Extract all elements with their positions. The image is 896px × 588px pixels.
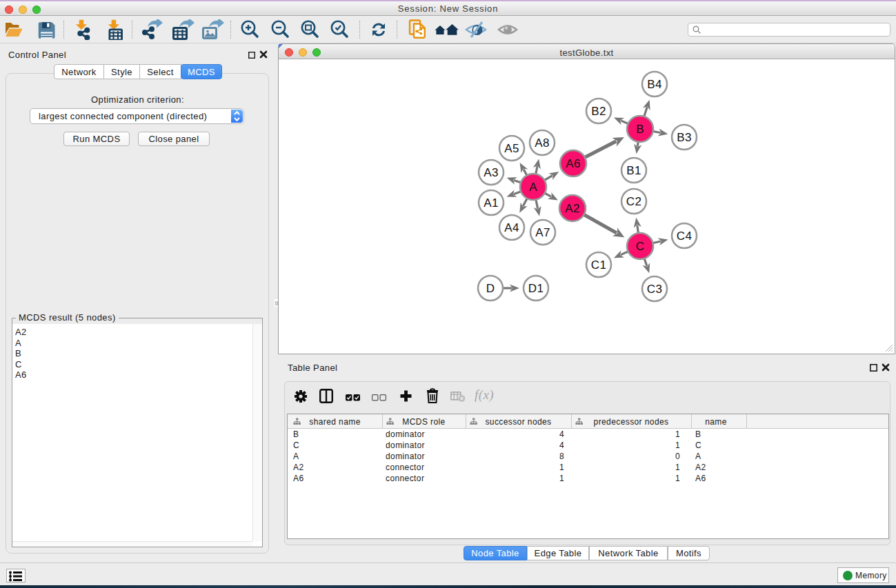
svg-text:A7: A7 — [535, 226, 550, 239]
svg-text:A3: A3 — [484, 166, 499, 179]
svg-text:B4: B4 — [647, 78, 662, 91]
svg-text:A4: A4 — [504, 221, 519, 234]
svg-text:A1: A1 — [484, 196, 499, 210]
svg-text:C: C — [636, 240, 645, 253]
svg-text:A2: A2 — [565, 202, 580, 215]
svg-text:A6: A6 — [566, 157, 581, 170]
svg-text:A8: A8 — [535, 136, 550, 150]
svg-text:B: B — [636, 123, 644, 136]
svg-text:B1: B1 — [626, 164, 641, 177]
svg-text:B2: B2 — [591, 105, 606, 118]
svg-text:A5: A5 — [504, 142, 519, 155]
svg-text:C4: C4 — [677, 230, 693, 243]
svg-text:C1: C1 — [591, 258, 607, 272]
svg-text:D1: D1 — [528, 282, 544, 295]
svg-text:D: D — [486, 282, 495, 295]
svg-text:B3: B3 — [677, 131, 692, 144]
svg-text:C3: C3 — [647, 283, 663, 296]
svg-text:C2: C2 — [626, 195, 642, 208]
svg-text:A: A — [529, 181, 537, 194]
